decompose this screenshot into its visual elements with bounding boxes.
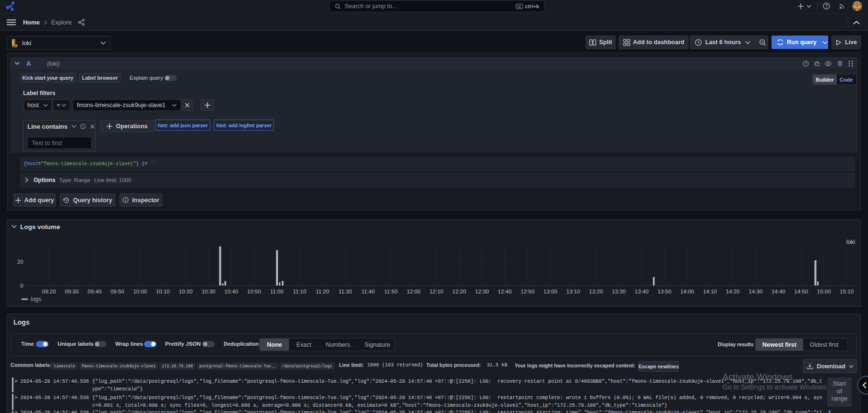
svg-text:09:50: 09:50 [110, 289, 124, 294]
svg-text:14:50: 14:50 [794, 289, 808, 294]
svg-text:15:00: 15:00 [817, 289, 831, 294]
svg-text:0: 0 [20, 283, 23, 289]
svg-text:11:20: 11:20 [316, 289, 329, 294]
svg-text:13:50: 13:50 [658, 289, 672, 294]
svg-text:20: 20 [17, 259, 24, 265]
svg-text:11:10: 11:10 [293, 289, 306, 294]
svg-text:12:00: 12:00 [407, 289, 421, 294]
svg-text:09:30: 09:30 [65, 289, 79, 294]
svg-text:10:30: 10:30 [202, 289, 216, 294]
svg-text:13:20: 13:20 [589, 289, 603, 294]
svg-text:14:40: 14:40 [772, 289, 785, 294]
svg-text:10:40: 10:40 [224, 289, 238, 294]
svg-text:14:30: 14:30 [748, 289, 762, 294]
svg-text:10:20: 10:20 [179, 289, 193, 294]
svg-text:12:40: 12:40 [498, 289, 512, 294]
svg-text:15:10: 15:10 [840, 289, 854, 294]
svg-text:logs: logs [31, 296, 41, 303]
svg-text:12:50: 12:50 [521, 289, 535, 294]
svg-text:11:30: 11:30 [338, 289, 352, 294]
svg-text:10:10: 10:10 [156, 289, 170, 294]
svg-text:11:40: 11:40 [362, 289, 375, 294]
svg-text:12:10: 12:10 [430, 289, 444, 294]
svg-text:11:50: 11:50 [384, 289, 398, 294]
svg-text:12:30: 12:30 [475, 289, 489, 294]
svg-text:14:00: 14:00 [680, 289, 694, 294]
svg-text:11:00: 11:00 [270, 289, 284, 294]
svg-text:12:20: 12:20 [452, 289, 466, 294]
svg-text:10:50: 10:50 [247, 289, 261, 294]
svg-text:13:00: 13:00 [543, 289, 557, 294]
svg-text:14:20: 14:20 [726, 289, 740, 294]
svg-text:09:20: 09:20 [42, 289, 56, 294]
svg-text:14:10: 14:10 [703, 289, 717, 294]
svg-text:10:00: 10:00 [133, 289, 147, 294]
svg-text:13:40: 13:40 [635, 289, 649, 294]
svg-text:09:40: 09:40 [88, 289, 102, 294]
svg-text:13:30: 13:30 [612, 289, 626, 294]
svg-text:13:10: 13:10 [567, 289, 580, 294]
